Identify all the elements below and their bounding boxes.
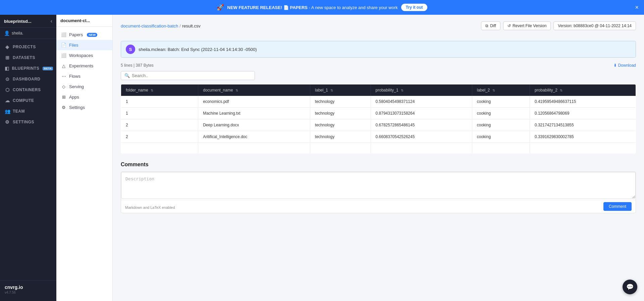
commit-message: sheila.mclean: Batch: End Sync (2022-11-… <box>139 47 257 52</box>
cell-folder_name: 1 <box>121 108 198 119</box>
table-row: 1Machine Learning.txttechnology0.8794313… <box>121 108 636 119</box>
sidebar-item-settings[interactable]: ⚙ Settings <box>56 102 112 113</box>
left-sidebar: blueprintsd... ‹ 👤 sheila. ◈ PROJECTS ⊞ … <box>0 15 56 301</box>
sidebar-item-projects[interactable]: ◈ PROJECTS <box>0 42 56 52</box>
dashboard-label: DASHBOARD <box>13 77 41 81</box>
cell-document_name: Deep Learning.docx <box>198 119 310 131</box>
commit-banner: S sheila.mclean: Batch: End Sync (2022-1… <box>121 41 636 58</box>
files-icon: 📄 <box>61 43 66 48</box>
files-label: Files <box>69 43 78 48</box>
sidebar-item-compute[interactable]: ☁ COMPUTE <box>0 95 56 106</box>
sidebar-item-files[interactable]: 📄 Files <box>56 40 112 50</box>
sidebar-item-workspaces[interactable]: ⬜ Workspaces <box>56 50 112 61</box>
col-label-1[interactable]: label_1 ⇅ <box>310 84 371 96</box>
search-icon: 🔍 <box>124 73 130 78</box>
sidebar-item-serving[interactable]: ◇ Serving <box>56 81 112 92</box>
table-row: 1economics.pdftechnology0.58040454983711… <box>121 96 636 108</box>
cell-label_2: cooking <box>472 108 530 119</box>
revert-label: Revert File Version <box>513 23 546 28</box>
col-probability-1[interactable]: probability_1 ⇅ <box>371 84 472 96</box>
cell-label_1: technology <box>310 131 371 143</box>
comment-submit-button[interactable]: Comment <box>603 202 632 211</box>
chat-fab-button[interactable]: 💬 <box>623 280 637 294</box>
sidebar-item-apps[interactable]: ⊞ Apps <box>56 92 112 102</box>
sidebar-item-settings[interactable]: ⚙ SETTINGS <box>0 117 56 127</box>
sidebar-collapse-icon[interactable]: ‹ <box>51 18 52 24</box>
cell-label_1: technology <box>310 96 371 108</box>
sidebar-item-containers[interactable]: ⬡ CONTAINERS <box>0 84 56 95</box>
cell-folder_name: 2 <box>121 119 198 131</box>
diff-button[interactable]: ⧉ Diff <box>481 21 500 30</box>
file-lines-bytes: 5 lines | 387 Bytes <box>121 63 154 68</box>
apps-icon: ⊞ <box>61 95 66 100</box>
file-meta: 5 lines | 387 Bytes ⬇ Download <box>121 63 636 68</box>
user-icon: 👤 <box>4 31 10 36</box>
download-link[interactable]: ⬇ Download <box>613 63 636 68</box>
avatar-letter: S <box>129 47 132 52</box>
apps-label: Apps <box>69 95 79 100</box>
containers-label: CONTAINERS <box>13 87 41 92</box>
project-name: blueprintsd... <box>4 19 48 24</box>
blueprints-label: BLUEPRINTS <box>12 66 40 71</box>
banner-close-button[interactable]: × <box>635 4 639 10</box>
dashboard-icon: ⊙ <box>5 76 10 82</box>
workspaces-label: Workspaces <box>69 53 93 58</box>
banner-rocket-icon: 🚀 <box>217 4 224 11</box>
new-badge: NEW <box>87 33 97 37</box>
workspaces-icon: ⬜ <box>61 53 66 58</box>
try-it-out-button[interactable]: Try it out <box>401 4 428 11</box>
settings-icon: ⚙ <box>5 119 10 125</box>
feature-banner: 🚀 NEW FEATURE RELEASE! 📄 PAPERS - A new … <box>0 0 644 15</box>
compute-label: COMPUTE <box>13 98 34 103</box>
cell-probability_1: 0.8794313073158264 <box>371 108 472 119</box>
col-label-2[interactable]: label_2 ⇅ <box>472 84 530 96</box>
flows-label: Flows <box>69 74 80 79</box>
comments-section: Comments Markdown and LaTeX enabled Comm… <box>121 162 636 213</box>
comments-title: Comments <box>121 162 636 168</box>
sidebar-item-flows[interactable]: ⋯ Flows <box>56 71 112 81</box>
table-row: 2Aritifical_Intelligence.doctechnology0.… <box>121 131 636 143</box>
breadcrumb: document-classification-batch / result.c… <box>121 23 201 28</box>
version-number: v4.7.56 <box>5 291 52 294</box>
main-nav: ◈ PROJECTS ⊞ DATASETS ◧ BLUEPRINTS BETA … <box>0 39 56 280</box>
col-probability-2[interactable]: probability_2 ⇅ <box>530 84 636 96</box>
sidebar-item-experiments[interactable]: △ Experiments <box>56 61 112 71</box>
col-folder-name[interactable]: folder_name ⇅ <box>121 84 198 96</box>
serving-label: Serving <box>69 84 84 89</box>
papers-icon: ⬜ <box>61 32 66 37</box>
beta-badge: BETA <box>43 67 53 70</box>
revert-icon: ↺ <box>507 23 511 28</box>
settings2-label: Settings <box>69 105 85 110</box>
sidebar-item-blueprints[interactable]: ◧ BLUEPRINTS BETA <box>0 63 56 74</box>
banner-desc: - A new space to analyze and share your … <box>309 5 398 10</box>
comment-input[interactable] <box>121 172 636 199</box>
col-document-name[interactable]: document_name ⇅ <box>198 84 310 96</box>
datasets-icon: ⊞ <box>5 55 10 60</box>
projects-label: PROJECTS <box>13 45 36 49</box>
banner-new-release: NEW FEATURE RELEASE! <box>227 5 282 10</box>
sidebar-item-datasets[interactable]: ⊞ DATASETS <box>0 52 56 63</box>
cell-probability_1: 0.6782572865486145 <box>371 119 472 131</box>
banner-text: NEW FEATURE RELEASE! 📄 PAPERS - A new sp… <box>227 5 398 10</box>
cell-document_name: Aritifical_Intelligence.doc <box>198 131 310 143</box>
revert-button[interactable]: ↺ Revert File Version <box>503 21 551 30</box>
flows-icon: ⋯ <box>61 74 66 79</box>
settings-label: SETTINGS <box>13 120 34 124</box>
sidebar-item-team[interactable]: 👥 TEAM <box>0 106 56 117</box>
commit-avatar: S <box>126 45 135 54</box>
compute-icon: ☁ <box>5 98 10 103</box>
search-input[interactable] <box>132 73 251 78</box>
sidebar-item-dashboard[interactable]: ⊙ DASHBOARD <box>0 74 56 84</box>
download-icon: ⬇ <box>613 63 617 68</box>
experiments-label: Experiments <box>69 63 93 68</box>
containers-icon: ⬡ <box>5 87 10 93</box>
experiments-icon: △ <box>61 63 66 68</box>
project-sidebar-title: document-cl... <box>60 18 108 23</box>
project-sidebar-header: document-cl... <box>56 15 112 27</box>
sidebar-item-papers[interactable]: ⬜ Papers NEW <box>56 29 112 40</box>
file-view: document-classification-batch / result.c… <box>113 15 644 301</box>
cell-probability_2: 0.3217427134513855 <box>530 119 636 131</box>
app-layout: blueprintsd... ‹ 👤 sheila. ◈ PROJECTS ⊞ … <box>0 15 644 301</box>
diff-icon: ⧉ <box>485 23 488 28</box>
breadcrumb-parent[interactable]: document-classification-batch <box>121 23 178 28</box>
